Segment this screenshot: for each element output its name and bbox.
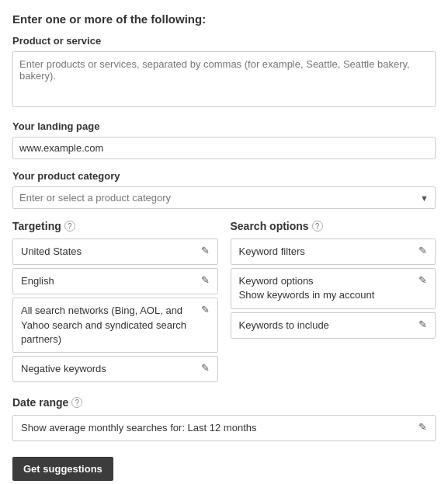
product-group: Product or service (12, 35, 436, 110)
targeting-help-icon[interactable]: ? (64, 221, 75, 232)
landing-group: Your landing page (12, 120, 436, 159)
targeting-rows-container: United States✎English✎All search network… (12, 239, 218, 382)
option-row-text: Keywords to include (239, 319, 413, 333)
list-item: Keyword filters✎ (231, 239, 436, 265)
list-item: Show average monthly searches for: Last … (12, 415, 436, 441)
search-options-heading: Search options ? (231, 220, 436, 232)
edit-icon[interactable]: ✎ (201, 245, 210, 256)
targeting-heading: Targeting ? (12, 220, 218, 232)
date-range-heading-text: Date range (12, 396, 68, 409)
edit-icon[interactable]: ✎ (201, 304, 210, 315)
category-select-wrapper: Enter or select a product category ▼ (12, 186, 436, 209)
search-options-col: Search options ? Keyword filters✎Keyword… (231, 220, 436, 385)
search-rows-container: Keyword filters✎Keyword options Show key… (231, 239, 436, 339)
option-row-text: Keyword filters (239, 245, 413, 259)
product-label: Product or service (12, 35, 436, 47)
category-label: Your product category (12, 170, 436, 182)
get-suggestions-button[interactable]: Get suggestions (12, 457, 113, 481)
date-range-heading: Date range ? (12, 396, 436, 409)
search-options-heading-text: Search options (231, 220, 309, 232)
edit-icon[interactable]: ✎ (201, 274, 210, 286)
edit-icon[interactable]: ✎ (201, 362, 210, 374)
targeting-col: Targeting ? United States✎English✎All se… (12, 220, 218, 385)
option-row-text: English (21, 274, 195, 288)
list-item: Negative keywords✎ (12, 356, 218, 382)
landing-label: Your landing page (12, 120, 436, 132)
targeting-heading-text: Targeting (12, 220, 61, 232)
edit-icon[interactable]: ✎ (418, 319, 427, 330)
list-item: English✎ (12, 268, 218, 294)
date-range-help-icon[interactable]: ? (71, 397, 82, 408)
options-section: Targeting ? United States✎English✎All se… (12, 220, 436, 385)
date-range-rows-container: Show average monthly searches for: Last … (12, 415, 436, 441)
edit-icon[interactable]: ✎ (418, 245, 427, 256)
edit-icon[interactable]: ✎ (418, 421, 427, 433)
option-row-text: United States (21, 245, 195, 259)
list-item: United States✎ (12, 239, 218, 265)
list-item: Keyword options Show keywords in my acco… (231, 268, 436, 308)
main-heading: Enter one or more of the following: (12, 12, 436, 26)
category-select[interactable]: Enter or select a product category (13, 187, 435, 208)
option-row-text: Show average monthly searches for: Last … (21, 421, 412, 435)
option-row-text: Negative keywords (21, 362, 195, 376)
product-textarea[interactable] (12, 51, 436, 107)
list-item: Keywords to include✎ (231, 312, 436, 339)
edit-icon[interactable]: ✎ (418, 274, 427, 286)
list-item: All search networks (Bing, AOL, and Yaho… (12, 298, 218, 353)
search-options-help-icon[interactable]: ? (312, 221, 323, 232)
landing-input[interactable] (12, 137, 436, 159)
date-range-group: Date range ? Show average monthly search… (12, 396, 436, 441)
option-row-text: Keyword options Show keywords in my acco… (239, 274, 413, 302)
category-group: Your product category Enter or select a … (12, 170, 436, 209)
option-row-text: All search networks (Bing, AOL, and Yaho… (21, 304, 195, 346)
